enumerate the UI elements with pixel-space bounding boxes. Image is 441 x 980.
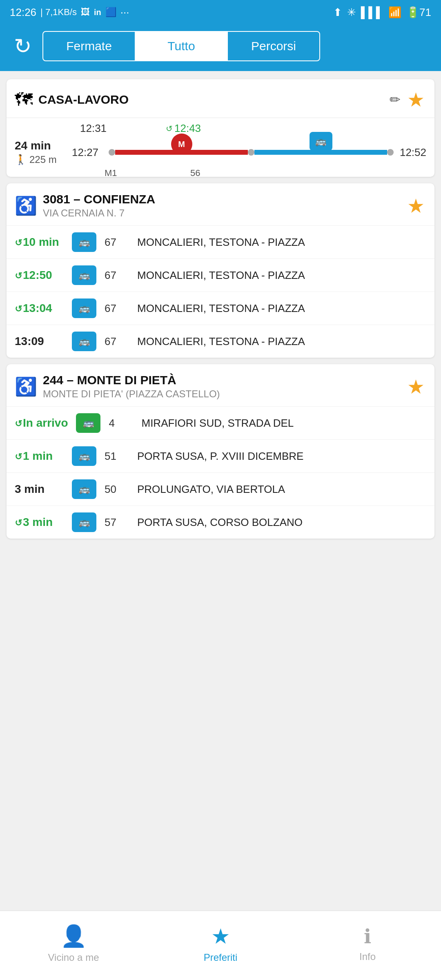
monte-route-4: 57 — [105, 516, 129, 529]
tab-fermate[interactable]: Fermate — [43, 32, 136, 60]
dep-time-2: ↺12:50 — [15, 269, 64, 282]
nav-nearby[interactable]: 👤 Vicino a me — [0, 911, 147, 980]
route-num-1: 67 — [105, 236, 129, 249]
dep-time-3: ↺13:04 — [15, 302, 64, 315]
location-icon: ⬆ — [333, 6, 342, 19]
casa-lavoro-title: CASA-LAVORO — [38, 93, 384, 107]
teams-icon: 🟦 — [105, 7, 116, 18]
dest-3: MONCALIERI, TESTONA - PIAZZA — [137, 302, 426, 315]
bus-icon-green-1: 🚌 — [76, 413, 100, 433]
bus-arrival-time: ↺12:43 — [166, 122, 201, 135]
route-num-4: 67 — [105, 335, 129, 348]
dest-4: MONCALIERI, TESTONA - PIAZZA — [137, 335, 426, 348]
nav-info-label: Info — [359, 951, 376, 962]
monte-route-3: 50 — [105, 483, 129, 496]
star-icon-route[interactable]: ★ — [407, 88, 425, 111]
end-dot — [387, 149, 394, 156]
status-speed: | 7,1KB/s — [40, 7, 77, 18]
route-body: 12:31 ↺12:43 24 min 🚶 225 m 12:27 — [7, 118, 434, 177]
wheelchair-icon-1: ♿ — [15, 195, 37, 216]
dep-time-4: 13:09 — [15, 335, 64, 348]
edit-icon[interactable]: ✏ — [390, 92, 401, 107]
card-confienza: ♿ 3081 – CONFIENZA VIA CERNAIA N. 7 ★ ↺1… — [7, 183, 434, 358]
star-icon-confienza[interactable]: ★ — [407, 194, 425, 217]
wheelchair-icon-2: ♿ — [15, 376, 37, 397]
nav-favorites-label: Preferiti — [204, 952, 238, 963]
route-num-2: 67 — [105, 269, 129, 282]
route-duration: 24 min 🚶 225 m — [15, 139, 64, 165]
tab-tutto[interactable]: Tutto — [136, 32, 228, 60]
star-icon-monte[interactable]: ★ — [407, 375, 425, 398]
confienza-address: VIA CERNAIA N. 7 — [43, 207, 401, 219]
tab-group: Fermate Tutto Percorsi — [42, 31, 320, 61]
route-info: 24 min 🚶 225 m 12:27 M — [15, 139, 426, 165]
info-icon: ℹ — [364, 925, 371, 948]
bus-icon-2: 🚌 — [72, 265, 96, 285]
bus-icon-1: 🚌 — [72, 232, 96, 252]
monte-time-2: ↺1 min — [15, 450, 64, 463]
nav-info[interactable]: ℹ Info — [294, 911, 441, 980]
bottom-nav: 👤 Vicino a me ★ Preferiti ℹ Info — [0, 911, 441, 980]
monte-dep-3: 3 min 🚌 50 PROLUNGATO, VIA BERTOLA — [7, 472, 434, 506]
status-bar: 12:26 | 7,1KB/s 🖼 in 🟦 ··· ⬆ ✳ ▌▌▌ 📶 🔋71 — [0, 0, 441, 24]
monte-time-1: ↺In arrivo — [15, 416, 68, 430]
nav-favorites[interactable]: ★ Preferiti — [147, 911, 294, 980]
card-header-casa-lavoro: 🗺 CASA-LAVORO ✏ ★ — [7, 79, 434, 118]
monte-dep-2: ↺1 min 🚌 51 PORTA SUSA, P. XVIII DICEMBR… — [7, 439, 434, 472]
bus-icon-5: 🚌 — [72, 446, 96, 466]
dest-1: MONCALIERI, TESTONA - PIAZZA — [137, 236, 426, 249]
status-time: 12:26 — [10, 6, 36, 19]
confienza-dep-2: ↺12:50 🚌 67 MONCALIERI, TESTONA - PIAZZA — [7, 258, 434, 292]
wifi-icon: 📶 — [388, 6, 401, 19]
dest-2: MONCALIERI, TESTONA - PIAZZA — [137, 269, 426, 282]
person-icon: 👤 — [60, 924, 87, 949]
bus-route-badge: 🚌 — [310, 132, 332, 151]
refresh-button[interactable]: ↻ — [10, 36, 36, 57]
media-icon: 🖼 — [81, 7, 90, 18]
transfer-dot — [248, 149, 254, 156]
tab-percorsi[interactable]: Percorsi — [228, 32, 319, 60]
card-monte-di-pieta: ♿ 244 – MONTE DI PIETÀ MONTE DI PIETA' (… — [7, 364, 434, 539]
departure-time: 12:27 — [72, 146, 109, 159]
map-icon: 🗺 — [15, 89, 33, 110]
bus-icon-3: 🚌 — [72, 298, 96, 318]
monte-dest-1: MIRAFIORI SUD, STRADA DEL — [141, 417, 426, 430]
card-actions: ✏ ★ — [390, 88, 425, 111]
monte-address: MONTE DI PIETA' (PIAZZA CASTELLO) — [43, 388, 401, 400]
content: 🗺 CASA-LAVORO ✏ ★ 12:31 ↺12:43 24 min 🚶 … — [0, 71, 441, 627]
bus-icon-7: 🚌 — [72, 512, 96, 532]
confienza-title: 3081 – CONFIENZA — [43, 192, 401, 206]
bottom-spacer — [7, 545, 434, 619]
confienza-dep-4: 13:09 🚌 67 MONCALIERI, TESTONA - PIAZZA — [7, 325, 434, 358]
monte-dest-3: PROLUNGATO, VIA BERTOLA — [137, 483, 426, 496]
bus-icon-4: 🚌 — [72, 332, 96, 351]
monte-dest-2: PORTA SUSA, P. XVIII DICEMBRE — [137, 450, 426, 463]
signal-icon: ▌▌▌ — [361, 6, 383, 19]
monte-time-3: 3 min — [15, 483, 64, 496]
monte-title: 244 – MONTE DI PIETÀ — [43, 373, 401, 387]
monte-route-1: 4 — [109, 417, 133, 430]
route-walk: 🚶 225 m — [15, 154, 64, 165]
monte-dep-1: ↺In arrivo 🚌 4 MIRAFIORI SUD, STRADA DEL — [7, 406, 434, 439]
confienza-dep-3: ↺13:04 🚌 67 MONCALIERI, TESTONA - PIAZZA — [7, 292, 434, 325]
metro-arrival-time: 12:31 — [80, 122, 107, 135]
route-num-3: 67 — [105, 302, 129, 315]
card-header-monte: ♿ 244 – MONTE DI PIETÀ MONTE DI PIETA' (… — [7, 364, 434, 406]
confienza-header-text: 3081 – CONFIENZA VIA CERNAIA N. 7 — [43, 192, 401, 219]
monte-dep-4: ↺3 min 🚌 57 PORTA SUSA, CORSO BOLZANO — [7, 506, 434, 539]
star-nav-icon: ★ — [211, 924, 230, 949]
metro-line-label: M1 — [105, 168, 117, 177]
start-dot — [109, 149, 115, 156]
dep-time-1: ↺10 min — [15, 236, 64, 249]
nav-nearby-label: Vicino a me — [48, 952, 99, 963]
metro-badge: M — [171, 134, 192, 155]
confienza-dep-1: ↺10 min 🚌 67 MONCALIERI, TESTONA - PIAZZ… — [7, 225, 434, 258]
battery-icon: 🔋71 — [406, 6, 431, 19]
bus-icon-6: 🚌 — [72, 479, 96, 499]
status-left: 12:26 | 7,1KB/s 🖼 in 🟦 ··· — [10, 6, 129, 19]
status-right: ⬆ ✳ ▌▌▌ 📶 🔋71 — [333, 6, 431, 19]
bluetooth-icon: ✳ — [347, 6, 356, 19]
monte-route-2: 51 — [105, 450, 129, 463]
monte-dest-4: PORTA SUSA, CORSO BOLZANO — [137, 516, 426, 529]
linkedin-icon: in — [94, 8, 101, 17]
